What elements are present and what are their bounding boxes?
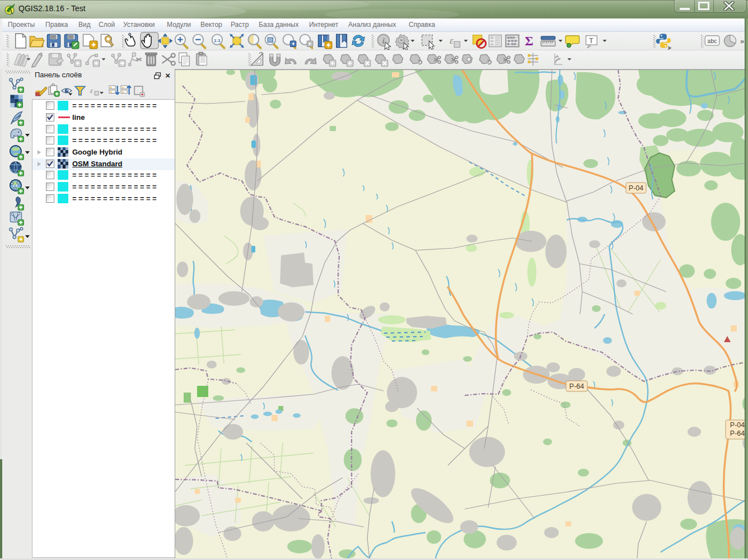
svg-text:P-04: P-04 [629,184,643,192]
svg-text:T: T [589,36,593,45]
svg-text:P-04: P-04 [730,421,745,429]
svg-text:ε: ε [90,86,94,95]
svg-text:P-64: P-64 [569,382,584,390]
svg-text:abc: abc [708,38,717,44]
svg-text:ε: ε [450,35,454,46]
svg-text:P-64: P-64 [730,430,745,437]
svg-text:Σ: Σ [525,34,533,48]
svg-text:»: » [740,37,744,45]
svg-text:1:1: 1:1 [214,38,221,43]
